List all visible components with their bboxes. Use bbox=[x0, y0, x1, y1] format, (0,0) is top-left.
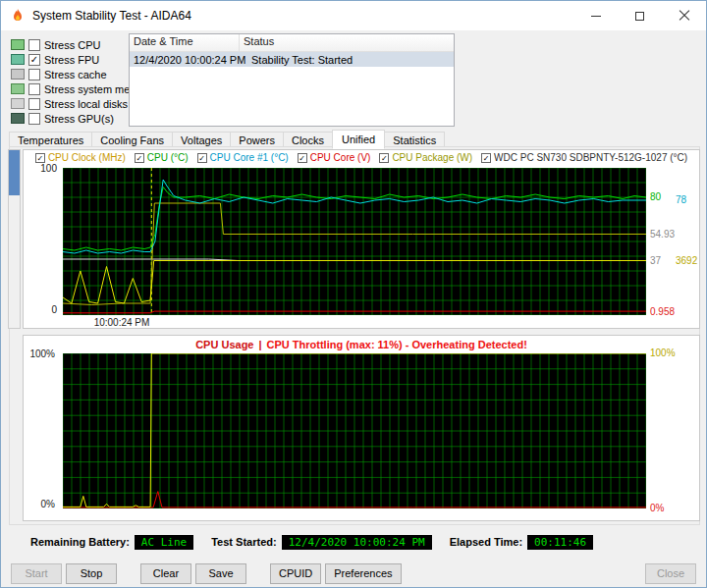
legend-label: CPU Core (V) bbox=[310, 152, 371, 163]
cpu-usage-graph bbox=[63, 353, 646, 508]
log-header: Date & TimeStatus bbox=[130, 34, 454, 52]
cache-icon bbox=[11, 69, 25, 80]
tab-unified[interactable]: Unified bbox=[332, 130, 385, 149]
fpu-icon bbox=[11, 54, 25, 65]
legend-checkbox[interactable]: ✓ bbox=[481, 153, 491, 163]
usage-axis-100: 100% bbox=[26, 348, 55, 359]
legend-checkbox[interactable]: ✓ bbox=[379, 153, 389, 163]
legend-checkbox[interactable]: ✓ bbox=[35, 153, 45, 163]
axis-label-y-min: 0 bbox=[27, 304, 57, 315]
cpu-icon bbox=[11, 39, 25, 50]
battery-value: AC Line bbox=[135, 535, 193, 550]
close-icon bbox=[679, 10, 690, 22]
axis-label-right: 3692 bbox=[676, 255, 697, 266]
legend-label: CPU Package (W) bbox=[392, 152, 472, 163]
axis-label-right: 0% bbox=[650, 503, 664, 513]
throttling-warning-text: CPU Throttling (max: 11%) - Overheating … bbox=[267, 339, 527, 350]
usage-title-text: CPU Usage bbox=[195, 339, 253, 350]
chart1-right-labels: 807854.933736920.958 bbox=[650, 150, 699, 328]
close-button[interactable] bbox=[662, 1, 706, 30]
gpu-icon bbox=[11, 113, 25, 124]
battery-label: Remaining Battery: bbox=[30, 536, 130, 548]
cpu-usage-title: CPU Usage|CPU Throttling (max: 11%) - Ov… bbox=[24, 339, 699, 350]
usage-title-separator: | bbox=[258, 339, 261, 350]
stress-label: Stress GPU(s) bbox=[44, 113, 114, 125]
graph-scrollbar[interactable] bbox=[8, 149, 21, 329]
elapsed-time-value: 00:11:46 bbox=[527, 535, 593, 550]
status-bar: Remaining Battery: AC Line Test Started:… bbox=[30, 533, 611, 551]
usage-axis-0: 0% bbox=[26, 499, 55, 509]
maximize-icon bbox=[635, 12, 644, 21]
legend-checkbox[interactable]: ✓ bbox=[135, 153, 144, 163]
legend-item[interactable]: ✓CPU Core #1 (°C) bbox=[197, 152, 289, 163]
stress-checkbox[interactable] bbox=[28, 113, 40, 125]
event-log-table: Date & TimeStatus 12/4/2020 10:00:24 PMS… bbox=[129, 33, 455, 127]
axis-label-right: 0.958 bbox=[650, 306, 675, 317]
cpuid-button[interactable]: CPUID bbox=[270, 563, 321, 584]
preferences-button[interactable]: Preferences bbox=[325, 563, 401, 584]
stress-label: Stress cache bbox=[44, 69, 107, 80]
legend-item[interactable]: ✓CPU (°C) bbox=[135, 152, 189, 163]
stop-button[interactable]: Stop bbox=[66, 563, 117, 584]
log-body: 12/4/2020 10:00:24 PMStability Test: Sta… bbox=[130, 52, 454, 67]
log-cell-status: Stability Test: Started bbox=[247, 54, 454, 66]
axis-label-y-max: 100 bbox=[27, 163, 57, 174]
window-controls bbox=[573, 1, 706, 30]
stress-label: Stress local disks bbox=[44, 98, 128, 110]
log-column-header[interactable]: Date & Time bbox=[130, 34, 240, 51]
start-button: Start bbox=[11, 563, 62, 584]
axis-label-time: 10:00:24 PM bbox=[73, 317, 171, 328]
maximize-button[interactable] bbox=[618, 1, 662, 30]
legend-checkbox[interactable]: ✓ bbox=[197, 153, 207, 163]
stress-checkbox[interactable] bbox=[28, 69, 40, 80]
test-started-value: 12/4/2020 10:00:24 PM bbox=[282, 535, 432, 550]
legend-label: CPU Core #1 (°C) bbox=[210, 152, 289, 163]
app-flame-icon bbox=[10, 8, 26, 24]
stress-checkbox[interactable]: ✓ bbox=[28, 54, 40, 66]
axis-label-right: 80 bbox=[650, 191, 661, 202]
unified-chart-panel: ✓CPU Clock (MHz)✓CPU (°C)✓CPU Core #1 (°… bbox=[23, 149, 700, 329]
legend-item[interactable]: ✓CPU Core (V) bbox=[298, 152, 371, 163]
elapsed-time-label: Elapsed Time: bbox=[450, 536, 522, 548]
legend-label: CPU (°C) bbox=[147, 152, 189, 163]
cpu-usage-panel: CPU Usage|CPU Throttling (max: 11%) - Ov… bbox=[23, 335, 700, 521]
minimize-button[interactable] bbox=[573, 1, 618, 30]
log-cell-datetime: 12/4/2020 10:00:24 PM bbox=[130, 54, 247, 66]
legend-item[interactable]: ✓CPU Clock (MHz) bbox=[35, 152, 126, 163]
window-title: System Stability Test - AIDA64 bbox=[32, 9, 191, 23]
axis-label-right: 54.93 bbox=[650, 229, 675, 240]
axis-label-right: 78 bbox=[676, 194, 686, 205]
chart-legend: ✓CPU Clock (MHz)✓CPU (°C)✓CPU Core #1 (°… bbox=[24, 152, 699, 163]
legend-checkbox[interactable]: ✓ bbox=[298, 153, 307, 163]
memory-icon bbox=[11, 83, 25, 94]
axis-label-right: 100% bbox=[650, 347, 676, 358]
log-row[interactable]: 12/4/2020 10:00:24 PMStability Test: Sta… bbox=[130, 52, 454, 67]
log-column-header[interactable]: Status bbox=[240, 34, 454, 51]
legend-item[interactable]: ✓CPU Package (W) bbox=[379, 152, 472, 163]
stress-checkbox[interactable] bbox=[28, 83, 40, 95]
stress-checkbox[interactable] bbox=[28, 39, 40, 51]
disk-icon bbox=[11, 98, 25, 109]
minimize-icon bbox=[591, 16, 601, 17]
axis-label-right: 37 bbox=[650, 255, 661, 266]
aida64-stability-test-window: System Stability Test - AIDA64 Stress CP… bbox=[0, 0, 707, 588]
clear-button[interactable]: Clear bbox=[140, 563, 191, 584]
button-bar: StartStopClearSaveCPUIDPreferencesClose bbox=[11, 562, 696, 584]
chart2-right-labels: 100%0% bbox=[650, 336, 699, 520]
unified-sensor-graph bbox=[63, 168, 646, 315]
legend-label: CPU Clock (MHz) bbox=[48, 152, 126, 163]
stress-label: Stress FPU bbox=[44, 54, 99, 66]
test-started-label: Test Started: bbox=[211, 536, 276, 548]
stress-checkbox[interactable] bbox=[28, 98, 40, 110]
close-button: Close bbox=[645, 563, 696, 584]
save-button[interactable]: Save bbox=[195, 563, 246, 584]
stress-label: Stress CPU bbox=[44, 39, 100, 51]
graph-scrollbar-thumb[interactable] bbox=[9, 150, 20, 195]
titlebar: System Stability Test - AIDA64 bbox=[1, 1, 706, 30]
